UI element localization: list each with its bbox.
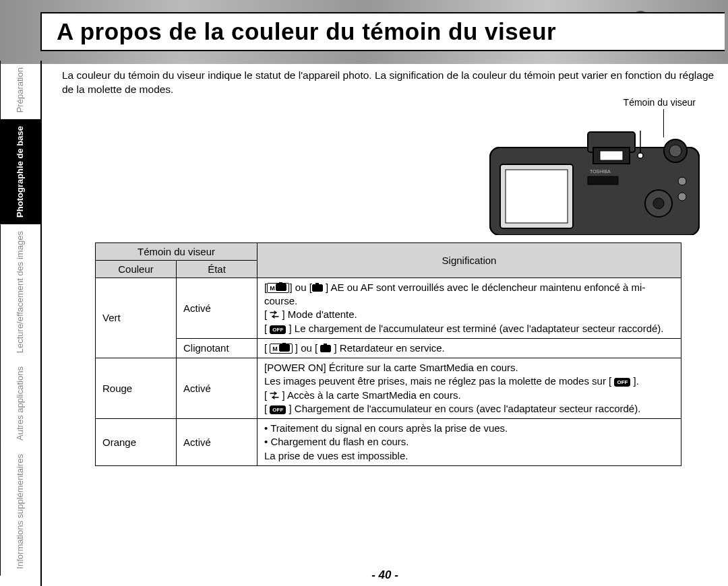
- svg-point-11: [678, 177, 686, 185]
- sig-line: [ M ] ou [ ] Retardateur en service.: [264, 341, 674, 355]
- page-number: - 40 -: [42, 568, 728, 582]
- camera-icon: [320, 345, 331, 352]
- svg-point-7: [638, 153, 643, 158]
- sidebar-item-preparation[interactable]: Préparation: [0, 61, 40, 119]
- camera-figure: Témoin du viseur: [62, 97, 715, 238]
- cell-signification: • Traitement du signal en cours après la…: [257, 419, 681, 466]
- th-etat: État: [177, 260, 257, 278]
- sig-line: [M ] ou [ ] AE ou AF sont verrouillés av…: [264, 281, 674, 308]
- sig-line: La prise de vues est impossible.: [264, 449, 674, 463]
- svg-point-12: [678, 193, 686, 201]
- sig-line: • Chargement du flash en cours.: [264, 435, 674, 449]
- cell-signification: [POWER ON] Écriture sur la carte SmartMe…: [257, 358, 681, 419]
- off-icon: OFF: [270, 405, 286, 414]
- table-row: OrangeActivé• Traitement du signal en co…: [96, 419, 681, 466]
- title-bar: A propos de la couleur du témoin du vise…: [40, 12, 725, 51]
- th-group: Témoin du viseur: [96, 242, 257, 260]
- m-camera-icon: M: [267, 283, 289, 293]
- sidebar-item-lecture-effacement[interactable]: Lecture/effacement des images: [0, 224, 40, 360]
- transfer-icon: [270, 391, 279, 399]
- svg-rect-6: [600, 151, 623, 160]
- sig-line: [ OFF ] Chargement de l'accumulateur en …: [264, 402, 674, 416]
- svg-rect-3: [506, 170, 568, 223]
- off-icon: OFF: [270, 325, 286, 334]
- svg-rect-15: [588, 176, 618, 185]
- sidebar-item-informations-supplementaires[interactable]: Informations supplémentaires: [0, 447, 40, 576]
- cell-signification: [ M ] ou [ ] Retardateur en service.: [257, 338, 681, 358]
- sig-line: [ ] Accès à la carte SmartMedia en cours…: [264, 389, 674, 402]
- transfer-icon: [270, 311, 279, 319]
- sig-line: [POWER ON] Écriture sur la carte SmartMe…: [264, 361, 674, 375]
- th-couleur: Couleur: [96, 260, 177, 278]
- cell-color: Rouge: [96, 358, 177, 419]
- sig-line: Les images peuvent être prises, mais ne …: [264, 375, 674, 388]
- content-area: La couleur du témoin du viseur indique l…: [40, 61, 728, 586]
- sig-line: [ ] Mode d'attente.: [264, 308, 674, 321]
- svg-point-14: [653, 198, 664, 209]
- cell-state: Clignotant: [177, 338, 257, 358]
- sig-line: • Traitement du signal en cours après la…: [264, 422, 674, 435]
- sidebar-item-autres-applications[interactable]: Autres applications: [0, 360, 40, 447]
- sidebar: Préparation Photographie de base Lecture…: [0, 61, 40, 576]
- callout-label: Témoin du viseur: [624, 97, 696, 108]
- cell-color: Orange: [96, 419, 177, 466]
- cell-state: Activé: [177, 278, 257, 338]
- page-title: A propos de la couleur du témoin du vise…: [57, 18, 556, 45]
- camera-icon: [312, 284, 323, 292]
- th-signification: Signification: [257, 242, 681, 278]
- cell-state: Activé: [177, 358, 257, 419]
- table-row: Clignotant[ M ] ou [ ] Retardateur en se…: [96, 338, 681, 358]
- cell-signification: [M ] ou [ ] AE ou AF sont verrouillés av…: [257, 278, 681, 338]
- table-row: VertActivé[M ] ou [ ] AE ou AF sont verr…: [96, 278, 681, 338]
- m-camera-icon: M: [270, 344, 292, 354]
- table-row: RougeActivé[POWER ON] Écriture sur la ca…: [96, 358, 681, 419]
- svg-text:TOSHIBA: TOSHIBA: [590, 169, 611, 174]
- camera-illustration: TOSHIBA: [487, 124, 702, 235]
- cell-state: Activé: [177, 419, 257, 466]
- intro-text: La couleur du témoin du viseur indique l…: [62, 69, 715, 97]
- sig-line: [ OFF ] Le chargement de l'accumulateur …: [264, 322, 674, 335]
- sidebar-item-photographie-base[interactable]: Photographie de base: [0, 119, 40, 224]
- off-icon: OFF: [614, 378, 630, 387]
- led-meaning-table: Témoin du viseur Signification Couleur É…: [95, 242, 681, 466]
- svg-point-10: [669, 145, 681, 157]
- cell-color: Vert: [96, 278, 177, 358]
